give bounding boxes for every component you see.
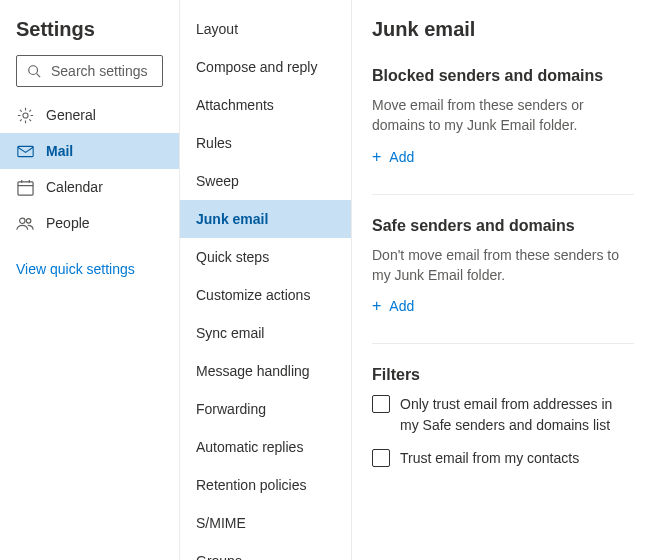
gear-icon — [16, 106, 34, 124]
filter-only-trust-safe[interactable]: Only trust email from addresses in my Sa… — [372, 394, 634, 436]
checkbox-label: Only trust email from addresses in my Sa… — [400, 394, 634, 436]
svg-rect-3 — [17, 146, 32, 156]
sub-item-retention-policies[interactable]: Retention policies — [180, 466, 351, 504]
sub-item-groups[interactable]: Groups — [180, 542, 351, 560]
nav-label: General — [46, 107, 96, 123]
search-input[interactable] — [51, 63, 154, 79]
add-blocked-button[interactable]: + Add — [372, 148, 414, 166]
view-quick-settings-link[interactable]: View quick settings — [0, 241, 179, 297]
blocked-senders-section: Blocked senders and domains Move email f… — [372, 67, 634, 166]
svg-point-9 — [26, 218, 31, 223]
subcategory-panel: LayoutCompose and replyAttachmentsRulesS… — [180, 0, 352, 560]
filters-section: Filters Only trust email from addresses … — [372, 366, 634, 469]
sub-item-attachments[interactable]: Attachments — [180, 86, 351, 124]
sub-item-sweep[interactable]: Sweep — [180, 162, 351, 200]
nav-item-calendar[interactable]: Calendar — [0, 169, 179, 205]
left-panel: Settings General Mail — [0, 0, 180, 560]
section-description: Don't move email from these senders to m… — [372, 245, 634, 286]
sub-item-forwarding[interactable]: Forwarding — [180, 390, 351, 428]
svg-line-1 — [37, 74, 41, 78]
add-safe-button[interactable]: + Add — [372, 297, 414, 315]
nav-label: Calendar — [46, 179, 103, 195]
svg-point-2 — [22, 112, 27, 117]
sub-item-junk-email[interactable]: Junk email — [180, 200, 351, 238]
svg-rect-4 — [17, 181, 32, 194]
plus-icon: + — [372, 297, 381, 315]
sub-item-customize-actions[interactable]: Customize actions — [180, 276, 351, 314]
nav-item-mail[interactable]: Mail — [0, 133, 179, 169]
calendar-icon — [16, 178, 34, 196]
sub-item-automatic-replies[interactable]: Automatic replies — [180, 428, 351, 466]
search-settings-box[interactable] — [16, 55, 163, 87]
sub-item-rules[interactable]: Rules — [180, 124, 351, 162]
nav-item-general[interactable]: General — [0, 97, 179, 133]
divider — [372, 343, 634, 344]
sub-item-message-handling[interactable]: Message handling — [180, 352, 351, 390]
checkbox-label: Trust email from my contacts — [400, 448, 579, 469]
checkbox-icon[interactable] — [372, 395, 390, 413]
settings-dialog: Settings General Mail — [0, 0, 654, 560]
nav-label: Mail — [46, 143, 73, 159]
sub-item-quick-steps[interactable]: Quick steps — [180, 238, 351, 276]
mail-icon — [16, 142, 34, 160]
section-heading: Safe senders and domains — [372, 217, 634, 235]
checkbox-icon[interactable] — [372, 449, 390, 467]
add-label: Add — [389, 298, 414, 314]
nav-label: People — [46, 215, 90, 231]
sub-item-s-mime[interactable]: S/MIME — [180, 504, 351, 542]
page-title: Junk email — [372, 18, 634, 41]
svg-point-0 — [29, 66, 38, 75]
search-icon — [25, 62, 43, 80]
divider — [372, 194, 634, 195]
settings-title: Settings — [0, 16, 179, 55]
section-heading: Blocked senders and domains — [372, 67, 634, 85]
category-list: General Mail Calendar People — [0, 97, 179, 241]
sub-item-compose-and-reply[interactable]: Compose and reply — [180, 48, 351, 86]
sub-item-sync-email[interactable]: Sync email — [180, 314, 351, 352]
subcategory-list: LayoutCompose and replyAttachmentsRulesS… — [180, 0, 351, 560]
people-icon — [16, 214, 34, 232]
add-label: Add — [389, 149, 414, 165]
nav-item-people[interactable]: People — [0, 205, 179, 241]
content-panel: Junk email Blocked senders and domains M… — [352, 0, 654, 560]
sub-item-layout[interactable]: Layout — [180, 10, 351, 48]
svg-point-8 — [20, 218, 25, 223]
filter-trust-contacts[interactable]: Trust email from my contacts — [372, 448, 634, 469]
safe-senders-section: Safe senders and domains Don't move emai… — [372, 217, 634, 316]
plus-icon: + — [372, 148, 381, 166]
section-description: Move email from these senders or domains… — [372, 95, 634, 136]
section-heading: Filters — [372, 366, 634, 384]
